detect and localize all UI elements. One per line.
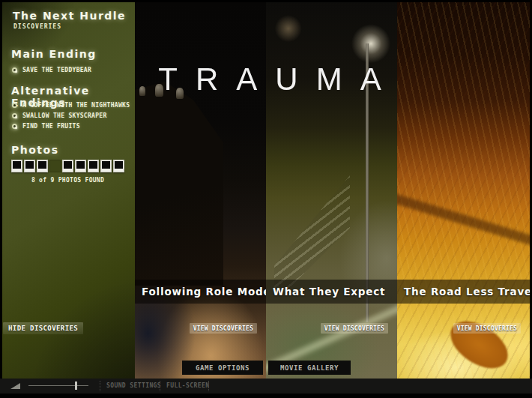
main-ending-heading: Main Ending xyxy=(11,48,97,60)
chapter-title: Following Role Models xyxy=(135,286,266,298)
ending-option-swallow-the-skyscraper[interactable]: SWALLOW THE SKYSCRAPER xyxy=(12,111,107,120)
volume-slider-handle[interactable] xyxy=(75,382,77,390)
photo-slot xyxy=(37,160,48,172)
chapter-title-band: Following Role Models xyxy=(135,280,266,304)
chimney-shape xyxy=(155,84,163,97)
photo-slot xyxy=(88,160,99,172)
discoveries-sidebar: The Next Hurdle DISCOVERIES Main Ending … xyxy=(2,2,135,379)
radio-icon xyxy=(12,113,17,118)
hide-discoveries-button[interactable]: HIDE DISCOVERIES xyxy=(3,322,83,334)
ending-option-label: FIND THE FRUITS xyxy=(22,123,80,130)
trauma-game-window: The Next Hurdle DISCOVERIES Main Ending … xyxy=(0,0,532,398)
photo-slot xyxy=(113,160,124,172)
chapter-title: What They Expect xyxy=(266,286,385,298)
photo-slot xyxy=(75,160,86,172)
bottom-bar: SOUND SETTINGS FULL-SCREEN xyxy=(0,379,532,394)
view-discoveries-button[interactable]: VIEW DISCOVERIES xyxy=(453,323,521,334)
radio-icon xyxy=(12,67,17,73)
sound-settings-button[interactable]: SOUND SETTINGS xyxy=(106,379,161,394)
view-discoveries-button[interactable]: VIEW DISCOVERIES xyxy=(321,323,388,334)
ending-option-find-the-fruits[interactable]: FIND THE FRUITS xyxy=(12,121,80,130)
radio-icon xyxy=(12,124,17,129)
ending-option-save-the-teddybear[interactable]: SAVE THE TEDDYBEAR xyxy=(12,65,91,74)
view-discoveries-button[interactable]: VIEW DISCOVERIES xyxy=(190,323,257,334)
chapter-title: The Road Less Travelled xyxy=(397,286,530,298)
chimney-shape xyxy=(176,88,184,99)
chapter-panel-the-road-less-travelled[interactable]: The Road Less Travelled VIEW DISCOVERIES xyxy=(397,2,530,379)
bar-divider xyxy=(100,381,100,391)
ending-option-label: SWALLOW THE SKYSCRAPER xyxy=(22,112,107,119)
chapter-panel-what-they-expect[interactable]: What They Expect VIEW DISCOVERIES xyxy=(266,2,397,379)
movie-gallery-button[interactable]: MOVIE GALLERY xyxy=(268,361,351,375)
photo-slot xyxy=(11,160,22,172)
ending-option-label: SAVE THE TEDDYBEAR xyxy=(22,67,91,73)
full-screen-button[interactable]: FULL-SCREEN xyxy=(166,379,209,394)
building-silhouette xyxy=(135,82,223,286)
chapter-title-band: The Road Less Travelled xyxy=(397,280,530,304)
sidebar-subtitle: DISCOVERIES xyxy=(13,23,61,30)
volume-slider[interactable] xyxy=(28,379,88,394)
ending-option-coffee-with-the-nighthawks[interactable]: A COFFEE WITH THE NIGHTHAWKS xyxy=(12,100,130,109)
stairs-shape xyxy=(274,175,351,292)
branch-shape xyxy=(397,192,530,252)
photo-slot xyxy=(24,160,35,172)
photos-heading: Photos xyxy=(11,144,59,156)
chapter-title-band: What They Expect xyxy=(266,280,397,304)
photo-slots-strip xyxy=(11,160,124,172)
photo-slot xyxy=(62,160,73,172)
chimney-shape xyxy=(139,86,145,96)
photo-slot xyxy=(49,160,61,172)
bar-divider xyxy=(208,381,209,391)
sidebar-title: The Next Hurdle xyxy=(13,10,126,22)
chapter-panel-following-role-models[interactable]: Following Role Models VIEW DISCOVERIES xyxy=(135,2,266,379)
paddle-shape xyxy=(442,312,516,378)
photo-slot xyxy=(100,160,112,172)
volume-icon xyxy=(10,383,20,389)
bar-divider xyxy=(160,381,160,391)
volume-slider-track[interactable] xyxy=(28,385,88,386)
game-options-button[interactable]: GAME OPTIONS xyxy=(182,361,263,375)
radio-icon xyxy=(12,103,17,108)
ending-option-label: A COFFEE WITH THE NIGHTHAWKS xyxy=(22,102,130,109)
photos-found-status: 8 of 9 PHOTOS FOUND xyxy=(11,177,124,184)
